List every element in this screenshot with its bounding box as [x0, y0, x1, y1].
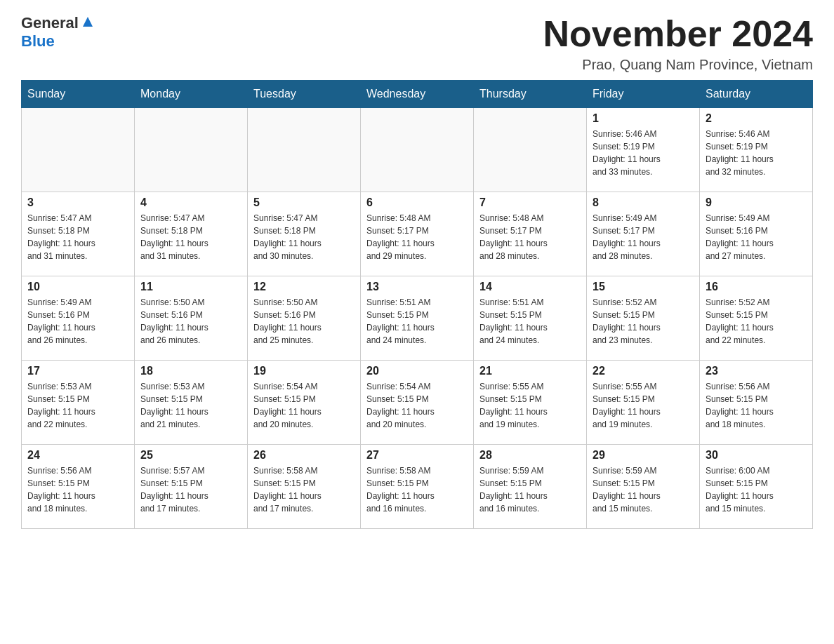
- title-section: November 2024 Prao, Quang Nam Province, …: [543, 14, 813, 73]
- day-number: 13: [366, 281, 468, 293]
- day-info: Sunrise: 5:52 AMSunset: 5:15 PMDaylight:…: [706, 296, 807, 347]
- day-number: 10: [27, 281, 128, 293]
- day-info: Sunrise: 5:47 AMSunset: 5:18 PMDaylight:…: [253, 212, 355, 262]
- calendar-cell: [22, 108, 135, 192]
- day-info: Sunrise: 5:54 AMSunset: 5:15 PMDaylight:…: [366, 380, 468, 431]
- calendar-cell: 8Sunrise: 5:49 AMSunset: 5:17 PMDaylight…: [587, 192, 700, 276]
- day-info: Sunrise: 5:52 AMSunset: 5:15 PMDaylight:…: [593, 296, 694, 347]
- calendar-header: SundayMondayTuesdayWednesdayThursdayFrid…: [22, 81, 813, 108]
- calendar-cell: 16Sunrise: 5:52 AMSunset: 5:15 PMDayligh…: [700, 276, 813, 361]
- calendar-table: SundayMondayTuesdayWednesdayThursdayFrid…: [21, 80, 813, 529]
- page-header: General Blue November 2024 Prao, Quang N…: [21, 14, 813, 73]
- calendar-cell: 22Sunrise: 5:55 AMSunset: 5:15 PMDayligh…: [587, 361, 700, 445]
- day-number: 26: [253, 449, 355, 462]
- day-number: 11: [140, 281, 241, 293]
- day-info: Sunrise: 6:00 AMSunset: 5:15 PMDaylight:…: [706, 464, 807, 515]
- calendar-body: 1Sunrise: 5:46 AMSunset: 5:19 PMDaylight…: [22, 108, 813, 529]
- day-number: 25: [140, 449, 241, 462]
- calendar-cell: 3Sunrise: 5:47 AMSunset: 5:18 PMDaylight…: [22, 192, 135, 276]
- logo-blue-text: Blue: [21, 32, 55, 50]
- day-info: Sunrise: 5:49 AMSunset: 5:17 PMDaylight:…: [593, 212, 694, 262]
- calendar-cell: 14Sunrise: 5:51 AMSunset: 5:15 PMDayligh…: [474, 276, 587, 361]
- day-number: 21: [479, 365, 581, 377]
- day-number: 6: [366, 196, 468, 209]
- weekday-header-wednesday: Wednesday: [361, 81, 474, 108]
- calendar-cell: [135, 108, 248, 192]
- weekday-header-tuesday: Tuesday: [248, 81, 361, 108]
- calendar-cell: 20Sunrise: 5:54 AMSunset: 5:15 PMDayligh…: [361, 361, 474, 445]
- day-number: 16: [706, 281, 807, 293]
- weekday-header-row: SundayMondayTuesdayWednesdayThursdayFrid…: [22, 81, 813, 108]
- day-number: 19: [253, 365, 355, 377]
- day-number: 7: [479, 196, 581, 209]
- calendar-cell: [474, 108, 587, 192]
- calendar-cell: 26Sunrise: 5:58 AMSunset: 5:15 PMDayligh…: [248, 445, 361, 529]
- day-info: Sunrise: 5:48 AMSunset: 5:17 PMDaylight:…: [479, 212, 581, 262]
- calendar-cell: 18Sunrise: 5:53 AMSunset: 5:15 PMDayligh…: [135, 361, 248, 445]
- calendar-cell: 2Sunrise: 5:46 AMSunset: 5:19 PMDaylight…: [700, 108, 813, 192]
- logo-general-text: General: [21, 14, 79, 32]
- day-info: Sunrise: 5:50 AMSunset: 5:16 PMDaylight:…: [253, 296, 355, 347]
- calendar-cell: 30Sunrise: 6:00 AMSunset: 5:15 PMDayligh…: [700, 445, 813, 529]
- day-number: 29: [593, 449, 694, 462]
- day-number: 27: [366, 449, 468, 462]
- day-info: Sunrise: 5:50 AMSunset: 5:16 PMDaylight:…: [140, 296, 241, 347]
- day-info: Sunrise: 5:46 AMSunset: 5:19 PMDaylight:…: [706, 128, 807, 178]
- logo: General Blue: [21, 14, 95, 51]
- day-info: Sunrise: 5:53 AMSunset: 5:15 PMDaylight:…: [140, 380, 241, 431]
- day-number: 14: [479, 281, 581, 293]
- day-number: 28: [479, 449, 581, 462]
- calendar-cell: 27Sunrise: 5:58 AMSunset: 5:15 PMDayligh…: [361, 445, 474, 529]
- day-info: Sunrise: 5:53 AMSunset: 5:15 PMDaylight:…: [27, 380, 128, 431]
- day-number: 30: [706, 449, 807, 462]
- calendar-cell: 10Sunrise: 5:49 AMSunset: 5:16 PMDayligh…: [22, 276, 135, 361]
- day-number: 12: [253, 281, 355, 293]
- day-number: 4: [140, 196, 241, 209]
- day-number: 23: [706, 365, 807, 377]
- day-info: Sunrise: 5:49 AMSunset: 5:16 PMDaylight:…: [706, 212, 807, 262]
- day-number: 18: [140, 365, 241, 377]
- weekday-header-thursday: Thursday: [474, 81, 587, 108]
- calendar-cell: 23Sunrise: 5:56 AMSunset: 5:15 PMDayligh…: [700, 361, 813, 445]
- day-info: Sunrise: 5:46 AMSunset: 5:19 PMDaylight:…: [593, 128, 694, 178]
- calendar-cell: 11Sunrise: 5:50 AMSunset: 5:16 PMDayligh…: [135, 276, 248, 361]
- calendar-cell: 6Sunrise: 5:48 AMSunset: 5:17 PMDaylight…: [361, 192, 474, 276]
- day-info: Sunrise: 5:49 AMSunset: 5:16 PMDaylight:…: [27, 296, 128, 347]
- calendar-cell: 28Sunrise: 5:59 AMSunset: 5:15 PMDayligh…: [474, 445, 587, 529]
- day-info: Sunrise: 5:58 AMSunset: 5:15 PMDaylight:…: [366, 464, 468, 515]
- day-info: Sunrise: 5:55 AMSunset: 5:15 PMDaylight:…: [479, 380, 581, 431]
- calendar-cell: 7Sunrise: 5:48 AMSunset: 5:17 PMDaylight…: [474, 192, 587, 276]
- calendar-cell: 19Sunrise: 5:54 AMSunset: 5:15 PMDayligh…: [248, 361, 361, 445]
- day-info: Sunrise: 5:58 AMSunset: 5:15 PMDaylight:…: [253, 464, 355, 515]
- day-number: 15: [593, 281, 694, 293]
- day-number: 3: [27, 196, 128, 209]
- day-info: Sunrise: 5:57 AMSunset: 5:15 PMDaylight:…: [140, 464, 241, 515]
- day-number: 22: [593, 365, 694, 377]
- day-info: Sunrise: 5:48 AMSunset: 5:17 PMDaylight:…: [366, 212, 468, 262]
- calendar-cell: 9Sunrise: 5:49 AMSunset: 5:16 PMDaylight…: [700, 192, 813, 276]
- day-number: 20: [366, 365, 468, 377]
- calendar-cell: 15Sunrise: 5:52 AMSunset: 5:15 PMDayligh…: [587, 276, 700, 361]
- calendar-cell: 25Sunrise: 5:57 AMSunset: 5:15 PMDayligh…: [135, 445, 248, 529]
- weekday-header-friday: Friday: [587, 81, 700, 108]
- calendar-cell: [361, 108, 474, 192]
- weekday-header-monday: Monday: [135, 81, 248, 108]
- logo-arrow-icon: [80, 14, 95, 29]
- day-info: Sunrise: 5:56 AMSunset: 5:15 PMDaylight:…: [706, 380, 807, 431]
- calendar-cell: 1Sunrise: 5:46 AMSunset: 5:19 PMDaylight…: [587, 108, 700, 192]
- calendar-cell: 4Sunrise: 5:47 AMSunset: 5:18 PMDaylight…: [135, 192, 248, 276]
- calendar-week-1: 1Sunrise: 5:46 AMSunset: 5:19 PMDaylight…: [22, 108, 813, 192]
- location-text: Prao, Quang Nam Province, Vietnam: [543, 57, 813, 73]
- calendar-cell: 12Sunrise: 5:50 AMSunset: 5:16 PMDayligh…: [248, 276, 361, 361]
- day-info: Sunrise: 5:55 AMSunset: 5:15 PMDaylight:…: [593, 380, 694, 431]
- day-info: Sunrise: 5:56 AMSunset: 5:15 PMDaylight:…: [27, 464, 128, 515]
- day-info: Sunrise: 5:47 AMSunset: 5:18 PMDaylight:…: [27, 212, 128, 262]
- calendar-cell: [248, 108, 361, 192]
- day-number: 2: [706, 112, 807, 125]
- calendar-week-2: 3Sunrise: 5:47 AMSunset: 5:18 PMDaylight…: [22, 192, 813, 276]
- calendar-week-4: 17Sunrise: 5:53 AMSunset: 5:15 PMDayligh…: [22, 361, 813, 445]
- day-number: 17: [27, 365, 128, 377]
- calendar-cell: 29Sunrise: 5:59 AMSunset: 5:15 PMDayligh…: [587, 445, 700, 529]
- day-number: 24: [27, 449, 128, 462]
- calendar-cell: 13Sunrise: 5:51 AMSunset: 5:15 PMDayligh…: [361, 276, 474, 361]
